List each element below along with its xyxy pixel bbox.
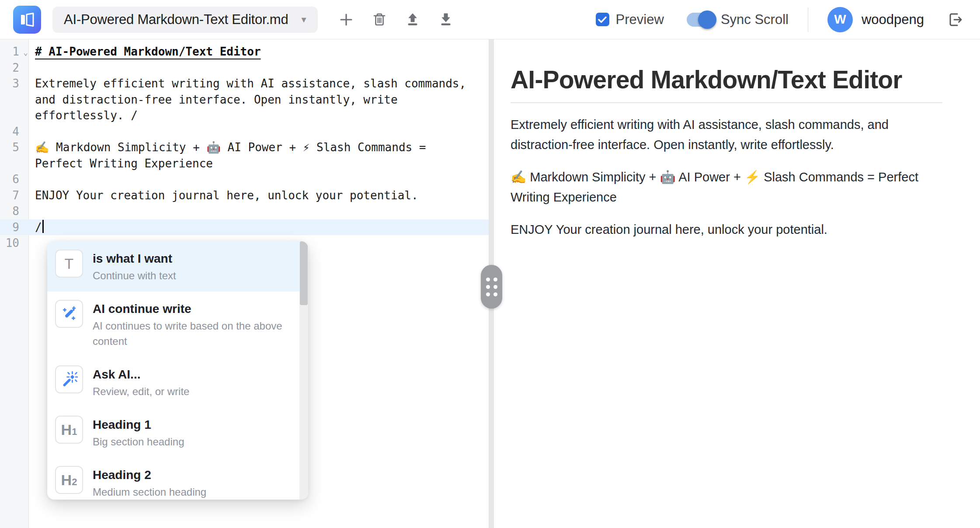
- menu-item-subtitle: Medium section heading: [93, 484, 206, 500]
- toolbar-separator: [808, 7, 808, 32]
- preview-heading: AI-Powered Markdown/Text Editor: [511, 64, 942, 95]
- main-split: 1⌄ # AI-Powered Markdown/Text Editor 2 3…: [0, 39, 980, 528]
- menu-item-title: Heading 1: [93, 417, 184, 433]
- line-number: 6: [12, 173, 19, 186]
- menu-item-title: AI continue write: [93, 301, 292, 317]
- app-logo[interactable]: [13, 6, 41, 34]
- chevron-down-icon: ▾: [302, 14, 306, 25]
- pane-divider[interactable]: [489, 39, 494, 528]
- editor-line[interactable]: 6: [0, 171, 489, 188]
- editor-line[interactable]: 5 ✍️ Markdown Simplicity + 🤖 AI Power + …: [0, 139, 489, 171]
- editor-line-text: [29, 203, 489, 219]
- editor-line-text: ✍️ Markdown Simplicity + 🤖 AI Power + ⚡ …: [29, 139, 489, 171]
- text-icon: T: [55, 250, 83, 278]
- editor-pane[interactable]: 1⌄ # AI-Powered Markdown/Text Editor 2 3…: [0, 39, 489, 528]
- menu-item-heading-1[interactable]: H1 Heading 1 Big section heading: [47, 407, 299, 458]
- menu-scrollbar-track[interactable]: [299, 241, 308, 500]
- editor-line-text: [29, 171, 489, 188]
- menu-item-heading-2[interactable]: H2 Heading 2 Medium section heading: [47, 458, 299, 500]
- code-editor[interactable]: 1⌄ # AI-Powered Markdown/Text Editor 2 3…: [0, 39, 489, 251]
- filename-label: AI-Powered Markdown-Text Editor.md: [64, 12, 288, 28]
- line-number: 3: [12, 77, 19, 90]
- editor-line-text: Extremely efficient writing with AI assi…: [29, 76, 489, 124]
- editor-line-text: [29, 124, 489, 140]
- editor-line-text: # AI-Powered Markdown/Text Editor: [29, 44, 489, 60]
- book-reader-icon: [18, 11, 36, 28]
- editor-line[interactable]: 1⌄ # AI-Powered Markdown/Text Editor: [0, 44, 489, 60]
- preview-paragraph: Extremely efficient writing with AI assi…: [511, 115, 942, 155]
- toolbar-right: Preview Sync Scroll W woodpeng: [596, 7, 965, 32]
- editor-line-active[interactable]: 9 /: [0, 219, 489, 236]
- upload-icon: [405, 12, 420, 28]
- slash-command-menu: T is what I want Continue with text: [47, 241, 308, 500]
- editor-line[interactable]: 2: [0, 60, 489, 76]
- heading-2-icon: H2: [55, 466, 83, 494]
- download-icon: [438, 12, 454, 28]
- fold-chevron-icon[interactable]: ⌄: [23, 45, 28, 61]
- plus-icon: [338, 12, 354, 28]
- sync-scroll-label: Sync Scroll: [721, 12, 789, 28]
- line-number: 5: [12, 141, 19, 154]
- preview-checkbox-label: Preview: [616, 12, 664, 28]
- line-number: 4: [12, 125, 19, 138]
- app-window: AI-Powered Markdown-Text Editor.md ▾: [0, 0, 980, 528]
- upload-button[interactable]: [403, 10, 423, 30]
- menu-item-subtitle: Continue with text: [93, 268, 176, 283]
- editor-line[interactable]: 8: [0, 203, 489, 219]
- logout-button[interactable]: [945, 10, 965, 30]
- editor-line-text: [29, 60, 489, 76]
- editor-line-text: ENJOY Your creation journal here, unlock…: [29, 188, 489, 204]
- editor-line[interactable]: 4: [0, 124, 489, 140]
- editor-line[interactable]: 3 Extremely efficient writing with AI as…: [0, 76, 489, 124]
- filename-dropdown[interactable]: AI-Powered Markdown-Text Editor.md ▾: [52, 7, 318, 33]
- line-number: 7: [12, 189, 19, 202]
- toolbar: AI-Powered Markdown-Text Editor.md ▾: [0, 0, 980, 39]
- menu-item-title: Heading 2: [93, 467, 206, 483]
- menu-item-ask-ai[interactable]: Ask AI... Review, edit, or write: [47, 357, 299, 407]
- new-file-button[interactable]: [336, 10, 356, 30]
- menu-item-subtitle: Big section heading: [93, 434, 184, 449]
- sparkle-wand-icon: [55, 365, 83, 393]
- preview-checkbox[interactable]: [596, 13, 609, 26]
- sync-scroll-toggle[interactable]: [687, 13, 714, 27]
- divider-drag-handle[interactable]: [481, 265, 502, 309]
- editor-line[interactable]: 7 ENJOY Your creation journal here, unlo…: [0, 188, 489, 204]
- check-icon: [598, 16, 607, 23]
- text-cursor: [42, 220, 44, 233]
- menu-item-subtitle: Review, edit, or write: [93, 384, 189, 399]
- trash-icon: [372, 12, 387, 28]
- line-number: 9: [12, 221, 19, 234]
- menu-item-title: is what I want: [93, 250, 176, 267]
- download-button[interactable]: [436, 10, 456, 30]
- menu-scrollbar-thumb[interactable]: [300, 241, 308, 305]
- magic-wand-icon: [55, 300, 83, 328]
- line-number: 10: [6, 236, 19, 250]
- username-label: woodpeng: [862, 12, 924, 28]
- sign-out-icon: [946, 11, 964, 28]
- menu-item-title: Ask AI...: [93, 366, 189, 383]
- preview-paragraph: ✍️ Markdown Simplicity + 🤖 AI Power + ⚡ …: [511, 167, 942, 207]
- line-number: 2: [12, 61, 19, 74]
- toggle-knob: [698, 10, 716, 29]
- line-number: 8: [12, 205, 19, 218]
- user-avatar[interactable]: W: [827, 7, 853, 32]
- heading-1-icon: H1: [55, 416, 83, 444]
- menu-item-ai-continue-write[interactable]: AI continue write AI continues to write …: [47, 292, 299, 357]
- preview-pane: AI-Powered Markdown/Text Editor Extremel…: [494, 39, 980, 528]
- menu-item-subtitle: AI continues to write based on the above…: [93, 318, 292, 349]
- delete-file-button[interactable]: [369, 10, 389, 30]
- slash-command-list: T is what I want Continue with text: [47, 241, 299, 500]
- preview-paragraph: ENJOY Your creation journal here, unlock…: [511, 219, 942, 240]
- line-number: 1: [12, 45, 19, 58]
- grip-dots-icon: [486, 278, 497, 296]
- preview-heading-rule: [511, 102, 942, 103]
- editor-line-text: /: [29, 219, 489, 236]
- menu-item-continue-with-text[interactable]: T is what I want Continue with text: [47, 241, 299, 292]
